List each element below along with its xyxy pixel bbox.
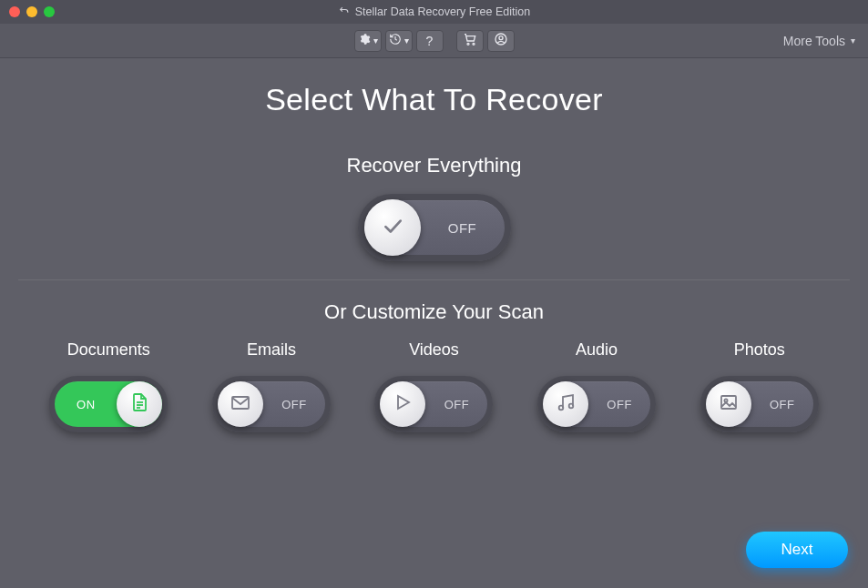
- settings-button[interactable]: ▾: [354, 30, 382, 52]
- help-button[interactable]: ?: [416, 30, 444, 52]
- toggle-photos[interactable]: OFF: [700, 376, 819, 432]
- toggle-state-label: OFF: [263, 398, 325, 411]
- svg-rect-11: [721, 396, 736, 409]
- main-content: Select What To Recover Recover Everythin…: [0, 58, 868, 432]
- toggle-state-label: ON: [55, 398, 117, 411]
- toggle-knob: [117, 381, 162, 427]
- chevron-down-icon: ▾: [373, 35, 378, 46]
- category-label: Photos: [734, 340, 785, 360]
- toggle-knob: [706, 381, 751, 427]
- toggle-emails[interactable]: OFF: [212, 376, 331, 432]
- history-button[interactable]: ▾: [385, 30, 413, 52]
- divider: [18, 279, 850, 280]
- next-button[interactable]: Next: [746, 532, 848, 568]
- category-label: Audio: [576, 340, 618, 360]
- email-icon: [230, 391, 251, 417]
- svg-point-3: [499, 36, 503, 40]
- recover-everything-title: Recover Everything: [18, 154, 850, 177]
- category-emails: Emails OFF: [194, 340, 349, 432]
- category-documents: Documents ON: [31, 340, 186, 432]
- user-icon: [494, 32, 508, 49]
- category-label: Documents: [67, 340, 150, 360]
- toolbar-group-right: [456, 30, 515, 52]
- zoom-window-button[interactable]: [44, 6, 55, 17]
- toggle-knob: [380, 381, 425, 427]
- check-icon: [381, 214, 404, 241]
- gear-icon: [358, 33, 371, 48]
- svg-rect-7: [232, 397, 249, 409]
- chevron-down-icon: ▾: [404, 35, 409, 46]
- cart-button[interactable]: [456, 30, 484, 52]
- minimize-window-button[interactable]: [26, 6, 37, 17]
- toggle-state-label: OFF: [421, 220, 505, 236]
- back-icon: [338, 5, 350, 19]
- category-label: Emails: [247, 340, 296, 360]
- cart-icon: [463, 32, 477, 49]
- toggle-state-label: OFF: [751, 398, 813, 411]
- customize-title: Or Customize Your Scan: [18, 300, 850, 324]
- close-window-button[interactable]: [9, 6, 20, 17]
- help-icon: ?: [426, 34, 434, 48]
- category-audio: Audio OFF: [519, 340, 674, 432]
- toggle-audio[interactable]: OFF: [537, 376, 656, 432]
- music-icon: [555, 391, 577, 417]
- svg-point-10: [569, 404, 574, 409]
- image-icon: [718, 391, 740, 417]
- page-title: Select What To Recover: [18, 82, 850, 117]
- category-label: Videos: [409, 340, 459, 360]
- play-icon: [392, 391, 414, 417]
- window-title: Stellar Data Recovery Free Edition: [355, 5, 530, 18]
- toggle-documents[interactable]: ON: [49, 376, 168, 432]
- toolbar: ▾ ▾ ? More Tools ▾: [0, 24, 868, 58]
- toggle-state-label: OFF: [588, 398, 650, 411]
- category-videos: Videos OFF: [356, 340, 511, 432]
- toggle-knob: [543, 381, 588, 427]
- titlebar: Stellar Data Recovery Free Edition: [0, 0, 868, 24]
- category-row: Documents ON Emails OFF: [18, 340, 850, 432]
- account-button[interactable]: [487, 30, 515, 52]
- chevron-down-icon: ▾: [851, 35, 855, 46]
- svg-point-9: [559, 406, 564, 411]
- toggle-knob: [364, 199, 421, 256]
- category-photos: Photos OFF: [682, 340, 837, 432]
- svg-point-1: [473, 43, 475, 45]
- toggle-knob: [218, 381, 263, 427]
- svg-marker-8: [398, 396, 409, 409]
- toggle-recover-everything[interactable]: OFF: [358, 194, 511, 261]
- toggle-videos[interactable]: OFF: [374, 376, 493, 432]
- more-tools-label: More Tools: [783, 34, 845, 48]
- window-controls: [9, 6, 55, 17]
- document-icon: [128, 391, 150, 417]
- toggle-state-label: OFF: [425, 398, 487, 411]
- toolbar-group-left: ▾ ▾ ?: [354, 30, 444, 52]
- svg-point-0: [467, 43, 469, 45]
- more-tools-button[interactable]: More Tools ▾: [783, 24, 855, 57]
- history-icon: [389, 33, 402, 48]
